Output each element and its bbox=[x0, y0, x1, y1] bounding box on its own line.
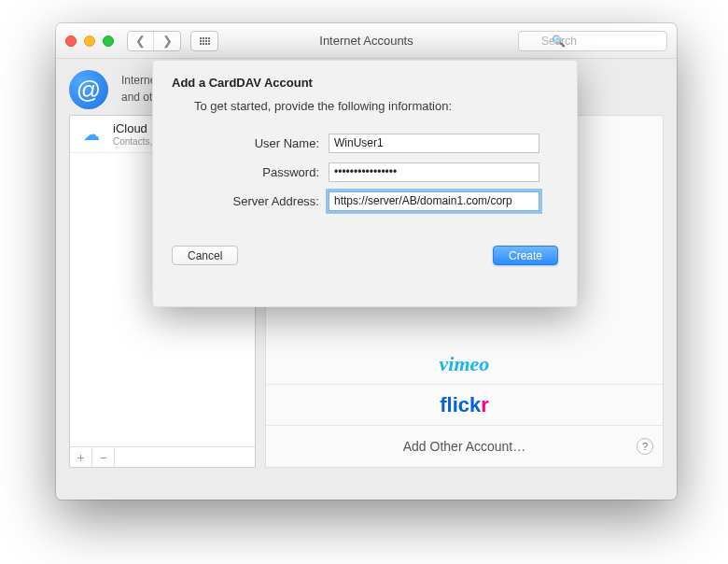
server-address-field[interactable] bbox=[329, 191, 539, 211]
row-username: User Name: bbox=[172, 130, 558, 156]
provider-flickr[interactable]: flickr bbox=[266, 385, 663, 426]
show-all-button[interactable] bbox=[190, 31, 218, 51]
add-carddav-sheet: Add a CardDAV Account To get started, pr… bbox=[152, 60, 578, 307]
back-button[interactable]: ❮ bbox=[128, 32, 154, 50]
close-window-button[interactable] bbox=[65, 35, 77, 47]
search-input[interactable] bbox=[518, 31, 667, 51]
sheet-title: Add a CardDAV Account bbox=[172, 76, 558, 90]
minimize-window-button[interactable] bbox=[84, 35, 95, 47]
label-password: Password: bbox=[172, 165, 329, 179]
grid-icon bbox=[200, 37, 210, 45]
vimeo-logo: vimeo bbox=[440, 352, 490, 376]
sheet-hint: To get started, provide the following in… bbox=[194, 99, 558, 113]
add-other-label: Add Other Account… bbox=[403, 439, 526, 454]
search-wrap: 🔍 bbox=[518, 31, 667, 51]
window-title: Internet Accounts bbox=[319, 34, 413, 48]
username-field[interactable] bbox=[329, 134, 539, 153]
nav-segment: ❮ ❯ bbox=[127, 31, 181, 51]
sidebar-footer: + − bbox=[70, 446, 255, 467]
internet-accounts-icon: @ bbox=[69, 70, 108, 109]
row-password: Password: bbox=[172, 159, 558, 185]
provider-vimeo[interactable]: vimeo bbox=[266, 344, 663, 385]
zoom-window-button[interactable] bbox=[103, 35, 114, 47]
password-field[interactable] bbox=[329, 162, 539, 182]
row-server: Server Address: bbox=[172, 188, 558, 214]
help-button[interactable]: ? bbox=[637, 438, 653, 455]
create-button[interactable]: Create bbox=[493, 246, 558, 265]
remove-account-button[interactable]: − bbox=[92, 447, 115, 467]
titlebar: ❮ ❯ Internet Accounts 🔍 bbox=[56, 23, 677, 59]
add-other-account[interactable]: Add Other Account… ? bbox=[266, 426, 663, 467]
label-username: User Name: bbox=[172, 136, 329, 150]
window-controls bbox=[65, 35, 114, 47]
flickr-logo-2: r bbox=[481, 393, 489, 417]
forward-button[interactable]: ❯ bbox=[154, 32, 180, 50]
add-account-button[interactable]: + bbox=[70, 447, 92, 467]
label-server: Server Address: bbox=[172, 194, 329, 208]
cloud-icon: ☁ bbox=[77, 124, 105, 145]
cancel-button[interactable]: Cancel bbox=[172, 246, 238, 265]
flickr-logo-1: flick bbox=[440, 393, 481, 417]
sheet-buttons: Cancel Create bbox=[172, 246, 558, 265]
